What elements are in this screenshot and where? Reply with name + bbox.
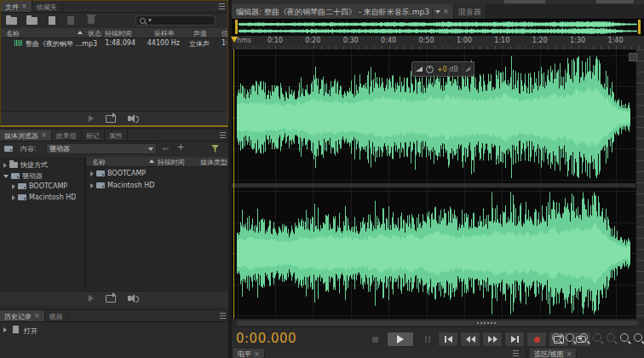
close-icon[interactable]: × — [566, 351, 572, 358]
waveform-view[interactable]: +0 dB — [232, 49, 644, 319]
tab-history-label: 历史记录 — [4, 312, 32, 321]
zoom-in-time-button[interactable] — [579, 333, 588, 342]
rewind-button[interactable] — [460, 332, 480, 347]
media-panel-tabbar: 媒体浏览器× 效果组 标记 属性 — [0, 130, 228, 141]
zoom-out-time-button[interactable] — [593, 333, 601, 342]
open-file-icon[interactable] — [6, 17, 17, 25]
close-icon[interactable]: × — [21, 3, 27, 10]
zoom-out-button[interactable] — [566, 333, 574, 342]
ruler-time-label: 0:50 — [419, 37, 434, 44]
delete-icon[interactable] — [88, 16, 95, 24]
tree-collapsed-icon[interactable] — [12, 184, 15, 189]
tree-expanded-icon[interactable] — [3, 175, 9, 178]
overview-waveform[interactable] — [239, 20, 637, 35]
zoom-selection-left-button[interactable] — [620, 333, 629, 342]
hud-pin-icon[interactable] — [465, 66, 470, 72]
zoom-amplitude-button[interactable] — [607, 333, 615, 342]
sort-asc-icon — [78, 31, 83, 34]
panel-menu-icon[interactable] — [216, 310, 228, 321]
fast-forward-button[interactable] — [482, 332, 503, 347]
close-icon[interactable]: × — [41, 132, 47, 139]
file-row[interactable]: 整曲《夜的钢琴 ...mp3 1:48.094 44100 Hz 立体声 16 — [1, 38, 227, 48]
disk-icon — [18, 194, 26, 200]
tab-selection-view-label: 选区/视图 — [534, 349, 564, 358]
tree-collapsed-icon[interactable] — [12, 195, 15, 200]
tree-item[interactable]: 快捷方式 — [3, 160, 48, 170]
preview-play-icon[interactable] — [89, 295, 94, 302]
search-input[interactable] — [135, 15, 216, 26]
volume-knob[interactable] — [426, 66, 434, 73]
tab-levels[interactable]: 电平× — [233, 349, 265, 358]
tab-editor[interactable]: 编辑器: 整曲《夜的钢琴曲二十四》 - 来自虾米音乐.mp3 × — [232, 4, 454, 19]
channel-corner-icon[interactable] — [629, 53, 637, 61]
waveform-canvas[interactable] — [232, 49, 635, 319]
preview-autoplay-icon[interactable] — [128, 296, 131, 301]
tree-item[interactable]: Macintosh HD — [12, 193, 76, 201]
tab-media-browser[interactable]: 媒体浏览器× — [0, 130, 52, 141]
ruler-unit-label: hms — [237, 37, 251, 44]
tab-selection-view[interactable]: 选区/视图× — [530, 349, 577, 358]
media-table-row[interactable]: BOOTCAMP — [90, 170, 146, 177]
hud-volume-control[interactable]: +0 dB — [411, 61, 474, 77]
tab-mixer[interactable]: 混音器 — [454, 4, 486, 19]
zoom-in-button[interactable] — [552, 333, 561, 342]
history-pointer-icon — [3, 327, 7, 332]
range-handle-right[interactable] — [638, 20, 641, 34]
range-handle-left[interactable] — [235, 20, 238, 34]
tab-effects-rack-label: 效果组 — [56, 131, 77, 141]
tab-files[interactable]: 文件× — [1, 1, 32, 12]
filter-icon[interactable] — [211, 145, 219, 153]
media-table-header[interactable]: 名称 持续时间 媒体类型 — [86, 157, 228, 167]
timeline-ruler[interactable]: hms 0:100:200:300:400:501:001:101:201:30… — [232, 36, 644, 50]
search-dropdown-icon[interactable] — [148, 20, 152, 22]
media-table-row[interactable]: Macintosh HD — [90, 182, 154, 189]
new-file-icon[interactable] — [49, 16, 55, 25]
tab-video[interactable]: 视频 — [45, 310, 68, 321]
stop-button[interactable] — [365, 332, 385, 347]
preview-autoplay-icon[interactable] — [128, 116, 131, 121]
panel-menu-icon[interactable] — [216, 1, 227, 12]
tab-effects-rack[interactable]: 效果组 — [52, 130, 82, 141]
ruler-time-label: 1:00 — [457, 37, 472, 44]
insert-multitrack-icon[interactable] — [67, 16, 74, 25]
tab-markers[interactable]: 标记 — [82, 130, 105, 141]
tree-collapsed-icon[interactable] — [90, 171, 94, 176]
overview-strip[interactable] — [232, 19, 644, 37]
zoom-selection-right-button[interactable] — [634, 333, 642, 342]
panel-menu-icon[interactable] — [216, 130, 228, 141]
skip-to-end-button[interactable] — [504, 332, 525, 347]
close-icon[interactable]: × — [443, 9, 449, 15]
tree-item[interactable]: 驱动器 — [3, 171, 43, 181]
content-dropdown[interactable]: 驱动器 — [46, 143, 157, 154]
pause-button[interactable] — [416, 332, 436, 347]
back-arrow-icon[interactable] — [162, 147, 169, 151]
preview-loop-icon[interactable] — [106, 115, 116, 123]
ruler-time-label: 0:40 — [381, 37, 396, 44]
record-button[interactable] — [526, 332, 547, 347]
tree-collapsed-icon[interactable] — [3, 163, 7, 168]
tree-collapsed-icon[interactable] — [90, 183, 94, 188]
preview-loop-icon[interactable] — [106, 295, 116, 303]
skip-to-start-button[interactable] — [438, 332, 458, 347]
tab-markers-label: 标记 — [86, 131, 100, 141]
history-item[interactable]: 打开 — [0, 325, 228, 335]
h-scrollbar-handle[interactable] — [237, 320, 639, 326]
tab-favorites[interactable]: 收藏夹 — [32, 1, 62, 12]
import-file-icon[interactable] — [26, 17, 37, 25]
panel-menu-icon[interactable] — [509, 350, 521, 356]
tab-properties[interactable]: 属性 — [105, 130, 128, 141]
tree-item[interactable]: BOOTCAMP — [12, 182, 67, 190]
tab-history[interactable]: 历史记录× — [0, 310, 45, 321]
playhead-marker[interactable] — [231, 37, 238, 43]
hud-gain-value[interactable]: +0 dB — [437, 66, 458, 73]
play-button[interactable] — [387, 332, 414, 347]
editor-tab-dropdown-icon[interactable] — [435, 10, 440, 14]
add-shortcut-icon[interactable]: + — [177, 142, 184, 152]
media-toolbar: 内容: 驱动器 + — [0, 141, 228, 156]
media-tree: 快捷方式驱动器BOOTCAMPMacintosh HD — [0, 157, 86, 290]
preview-play-icon[interactable] — [89, 115, 94, 122]
close-icon[interactable]: × — [34, 313, 40, 320]
files-table-header[interactable]: 名称 状态 持续时间 采样率 声道 位 — [1, 28, 227, 38]
close-icon[interactable]: × — [254, 351, 260, 358]
time-display[interactable]: 0:00.000 — [236, 331, 296, 346]
